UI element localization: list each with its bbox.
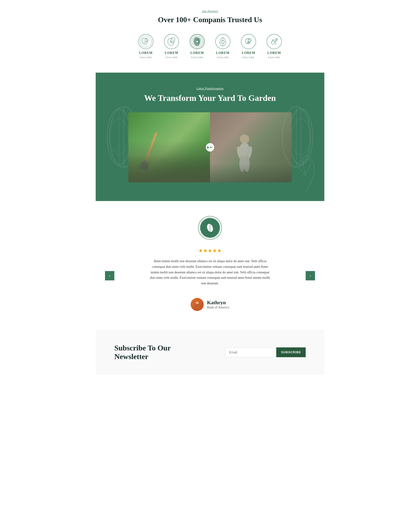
svg-point-34 (240, 134, 249, 144)
partners-section: Our Partners Over 100+ Companis Trusted … (96, 0, 324, 73)
partner-icon-1 (138, 33, 154, 50)
partner-logo-2: LOREM TAGLINE (163, 33, 180, 59)
partner-name-5: LOREM (242, 51, 255, 55)
discover-badge: DISCOVER OUR GARDEN • EXPLORE & SINCE 19… (197, 215, 223, 241)
svg-point-20 (248, 41, 249, 42)
partner-name-6: LOREM (267, 51, 281, 55)
transformation-section: Latest Transformation We Transform Your … (96, 73, 324, 201)
partner-icon-4 (215, 33, 231, 50)
compare-button[interactable] (206, 143, 214, 152)
svg-rect-27 (145, 132, 158, 161)
partner-logo-4: LOREM TAGLINE (215, 33, 231, 59)
svg-marker-29 (139, 161, 150, 171)
svg-point-7 (170, 37, 176, 44)
partner-name-2: LOREM (165, 51, 178, 55)
newsletter-section: Subscribe To Our Newsletter SUBSCRIBE (96, 330, 324, 375)
svg-point-13 (196, 41, 198, 42)
partners-label: Our Partners (110, 9, 310, 13)
svg-point-1 (140, 36, 152, 47)
partner-icon-2 (163, 33, 180, 50)
partner-logo-3: LOREM TAGLINE (189, 33, 205, 59)
transformation-label: Latest Transformation (100, 87, 320, 90)
transformation-images (128, 112, 292, 182)
reviewer-info: Kathryn Bank of America (105, 298, 315, 311)
partners-title: Over 100+ Companis Trusted Us (110, 15, 310, 24)
testimonial-text: Amet minim mollit non deserunt ullamco e… (149, 258, 271, 286)
svg-point-25 (289, 109, 313, 165)
transformation-title: We Transform Your Yard To Garden (100, 93, 320, 103)
transformation-image-before (128, 112, 210, 182)
svg-point-18 (245, 39, 250, 44)
reviewer-name: Kathryn (207, 300, 229, 306)
hand-decoration (287, 150, 324, 196)
subscribe-button[interactable]: SUBSCRIBE (276, 347, 306, 357)
svg-point-0 (139, 34, 153, 49)
partner-logo-5: LOREM TAGLINE (240, 33, 257, 59)
partner-name-4: LOREM (216, 51, 230, 55)
prev-testimonial-button[interactable]: ‹ (105, 271, 114, 280)
partner-icon-5 (240, 33, 257, 50)
discover-badge-svg: DISCOVER OUR GARDEN • EXPLORE & SINCE 19… (197, 215, 223, 241)
partner-tagline-5: TAGLINE (243, 56, 254, 59)
testimonial-section: DISCOVER OUR GARDEN • EXPLORE & SINCE 19… (96, 201, 324, 320)
transformation-image-after (210, 112, 292, 182)
email-input[interactable] (225, 347, 276, 357)
testimonial-nav: ‹ Amet minim mollit non deserunt ullamco… (105, 258, 315, 293)
partner-logo-6: LOREM TAGLINE (266, 33, 282, 59)
reviewer-avatar (191, 298, 204, 311)
svg-line-30 (137, 168, 139, 170)
partner-logo-1: LOREM TAGLINE (138, 33, 154, 59)
svg-point-19 (248, 39, 251, 42)
partner-icon-6 (266, 33, 282, 50)
reviewer-company: Bank of America (207, 306, 229, 309)
rating-stars: ★★★★★ (105, 248, 315, 254)
compare-arrows-icon (209, 145, 213, 149)
garden-tool-icon (134, 129, 166, 175)
newsletter-form: SUBSCRIBE (225, 347, 306, 357)
newsletter-title: Subscribe To Our Newsletter (114, 344, 184, 361)
reviewer-avatar-svg (193, 300, 202, 309)
partner-name-3: LOREM (190, 51, 204, 55)
next-testimonial-button[interactable]: › (306, 271, 315, 280)
svg-point-4 (144, 41, 146, 43)
reviewer-details: Kathryn Bank of America (207, 300, 229, 309)
leaf-decoration-right (280, 104, 322, 170)
svg-point-47 (194, 305, 200, 309)
partner-tagline-4: TAGLINE (217, 56, 229, 59)
partner-icon-3 (189, 33, 205, 50)
svg-rect-28 (143, 160, 148, 163)
partner-tagline-1: TAGLINE (140, 56, 152, 59)
partners-logos-container: LOREM TAGLINE LOREM TAGLINE LOREM (110, 33, 310, 59)
partner-tagline-2: TAGLINE (166, 56, 177, 59)
svg-point-21 (267, 34, 282, 49)
svg-point-8 (171, 41, 173, 43)
partner-tagline-6: TAGLINE (268, 56, 280, 59)
partner-name-1: LOREM (139, 51, 153, 55)
partner-tagline-3: TAGLINE (191, 56, 203, 59)
